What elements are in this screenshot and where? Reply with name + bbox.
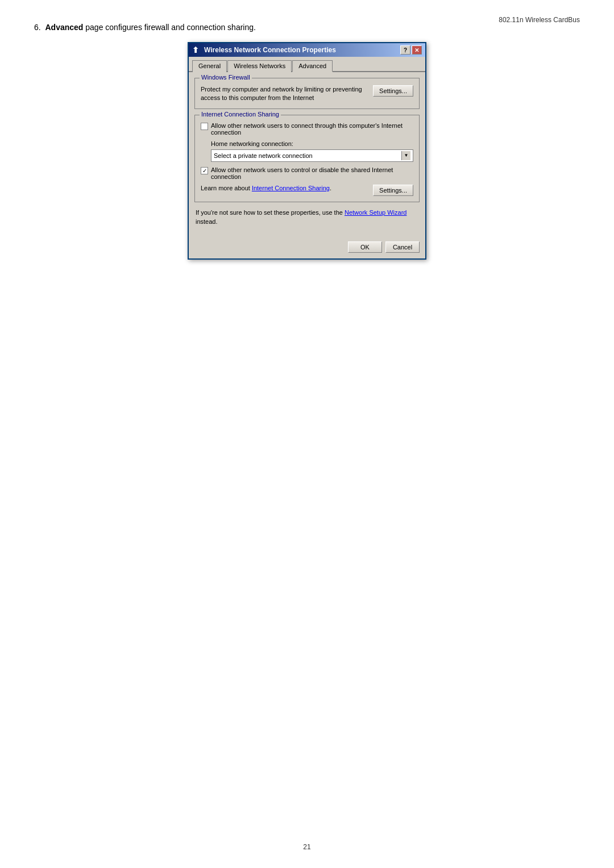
ics-settings-button[interactable]: Settings... — [373, 185, 413, 196]
firewall-row: Protect my computer and network by limit… — [201, 85, 413, 103]
select-arrow-icon: ▼ — [401, 151, 410, 160]
cancel-button[interactable]: Cancel — [385, 241, 420, 253]
tab-advanced[interactable]: Advanced — [292, 60, 333, 72]
titlebar-buttons: ? ✕ — [400, 45, 422, 55]
page-number: 21 — [303, 843, 310, 851]
windows-firewall-group: Windows Firewall Protect my computer and… — [194, 78, 420, 109]
ics-group: Internet Connection Sharing Allow other … — [194, 115, 420, 202]
network-select[interactable]: Select a private network connection ▼ — [211, 149, 413, 162]
titlebar-left: ⬆ Wireless Network Connection Properties — [192, 45, 336, 55]
step-bold: Advanced — [45, 23, 83, 32]
ics-link[interactable]: Internet Connection Sharing — [252, 185, 330, 191]
dialog-tabs: General Wireless Networks Advanced — [189, 57, 425, 72]
tab-wireless-networks[interactable]: Wireless Networks — [227, 60, 292, 72]
dialog-body: Windows Firewall Protect my computer and… — [189, 72, 425, 238]
dialog-titlebar: ⬆ Wireless Network Connection Properties… — [189, 43, 425, 57]
close-button[interactable]: ✕ — [412, 45, 422, 55]
select-placeholder-text: Select a private network connection — [214, 152, 401, 159]
ics-checkbox1-row: Allow other network users to connect thr… — [201, 122, 413, 136]
network-icon: ⬆ — [192, 45, 201, 55]
top-right-label: 802.11n Wireless CardBus — [499, 16, 580, 24]
help-button[interactable]: ? — [400, 45, 410, 55]
home-network-section: Home networking connection: Select a pri… — [201, 140, 413, 162]
dialog-title: Wireless Network Connection Properties — [204, 46, 336, 54]
ics-checkbox1[interactable] — [201, 123, 208, 130]
step-line: 6. Advanced page configures firewall and… — [34, 23, 580, 32]
tab-general[interactable]: General — [192, 60, 227, 72]
ok-button[interactable]: OK — [348, 241, 382, 253]
firewall-description: Protect my computer and network by limit… — [201, 85, 368, 103]
dialog-footer: OK Cancel — [189, 238, 425, 258]
learn-more-text: Learn more about Internet Connection Sha… — [201, 185, 331, 191]
ics-checkbox1-label: Allow other network users to connect thr… — [211, 122, 413, 136]
learn-more-row: Learn more about Internet Connection Sha… — [201, 185, 413, 196]
step-description: page configures firewall and connection … — [83, 23, 256, 32]
home-network-label: Home networking connection: — [211, 140, 413, 147]
ics-title: Internet Connection Sharing — [200, 111, 281, 118]
dialog: ⬆ Wireless Network Connection Properties… — [188, 42, 426, 260]
windows-firewall-title: Windows Firewall — [200, 74, 252, 81]
dialog-wrapper: ⬆ Wireless Network Connection Properties… — [34, 42, 580, 260]
firewall-settings-button[interactable]: Settings... — [373, 85, 413, 97]
ics-checkbox2-label: Allow other network users to control or … — [211, 166, 413, 180]
ics-content: Allow other network users to connect thr… — [201, 122, 413, 196]
wizard-link[interactable]: Network Setup Wizard — [345, 209, 406, 216]
step-number: 6. — [34, 23, 41, 32]
ics-checkbox2-row: Allow other network users to control or … — [201, 166, 413, 180]
firewall-content: Protect my computer and network by limit… — [201, 85, 413, 103]
ics-checkbox2[interactable] — [201, 167, 208, 174]
wizard-note: If you're not sure how to set these prop… — [194, 208, 420, 227]
